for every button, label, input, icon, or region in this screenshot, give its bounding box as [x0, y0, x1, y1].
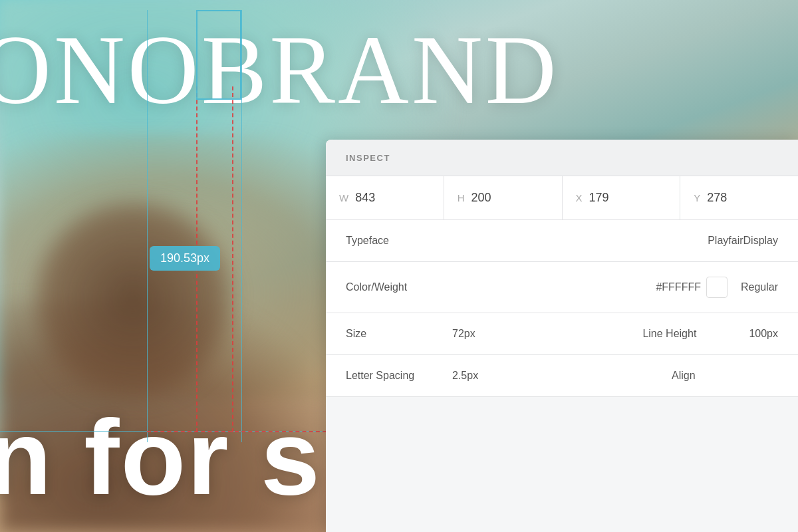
inspect-header: INSPECT [326, 140, 798, 176]
align-label: Align [672, 370, 778, 382]
dim-w-value: 843 [355, 191, 375, 205]
dim-y-value: 278 [707, 191, 727, 205]
selection-box [196, 10, 241, 100]
letterspacing-label: Letter Spacing [346, 370, 452, 382]
dim-x-value: 179 [589, 191, 609, 205]
size-value: 72px [452, 328, 475, 340]
dim-height: H 200 [444, 176, 563, 219]
dim-h-label: H [458, 192, 465, 203]
measurement-tooltip: 190.53px [150, 246, 220, 271]
letterspacing-align-row: Letter Spacing 2.5px Align [326, 355, 798, 397]
typeface-value: PlayfairDisplay [708, 235, 778, 247]
measure-line-left [147, 10, 148, 442]
dim-h-value: 200 [471, 191, 491, 205]
dim-w-label: W [339, 192, 348, 203]
lineheight-value: 100px [749, 328, 778, 340]
inspect-title: INSPECT [346, 153, 390, 163]
color-weight-label: Color/Weight [346, 281, 452, 293]
lineheight-label: Line Height [642, 328, 749, 340]
dim-x-label: X [576, 192, 583, 203]
dim-y-label: Y [694, 192, 700, 203]
typeface-row: Typeface PlayfairDisplay [326, 220, 798, 262]
color-swatch [706, 277, 728, 298]
size-label: Size [346, 328, 452, 340]
dim-y: Y 278 [680, 176, 798, 219]
bottom-text: n for s [0, 396, 321, 519]
dimensions-row: W 843 H 200 X 179 Y 278 [326, 176, 798, 220]
color-hex-value: #FFFFFF [656, 281, 701, 293]
dim-x: X 179 [563, 176, 681, 219]
color-weight-row: Color/Weight #FFFFFF Regular [326, 262, 798, 313]
measure-line-right [241, 10, 242, 442]
measure-dashed-right [232, 86, 233, 432]
letterspacing-value: 2.5px [452, 370, 478, 382]
typeface-label: Typeface [346, 235, 452, 247]
measure-dashed-bottom [147, 431, 327, 432]
weight-value: Regular [741, 281, 778, 293]
inspect-panel: INSPECT W 843 H 200 X 179 Y 278 Typeface… [326, 140, 798, 532]
size-lineheight-row: Size 72px Line Height 100px [326, 313, 798, 355]
headline-text: ONOBRAND [0, 13, 559, 126]
dim-width: W 843 [326, 176, 444, 219]
